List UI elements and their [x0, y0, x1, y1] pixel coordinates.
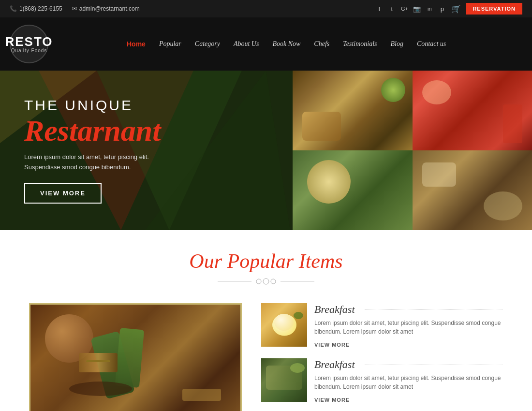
logo: RESTO Quality Foods [10, 25, 48, 63]
nav-booknow[interactable]: Book Now [266, 36, 306, 52]
hero-photo-3-inner [293, 150, 413, 230]
phone-info: 📞 1(868) 225-6155 [10, 5, 62, 12]
svg-point-7 [271, 279, 276, 284]
divider-ornament [218, 277, 314, 286]
hero-description: Lorem ipsum dolor sit amet, tetur piscin… [24, 152, 268, 173]
section-divider [29, 277, 503, 289]
popular-menu-items: Breakfast Lorem ipsum dolor sit amet, te… [261, 303, 503, 404]
social-icons: f t G+ 📷 in p [375, 4, 446, 13]
popular-section: Our Popular Items [0, 230, 532, 411]
hero-photo-3 [293, 150, 413, 230]
section-title: Our Popular Items [29, 250, 503, 273]
hero-content: THE UNIQUE Restarnant Lorem ipsum dolor … [24, 97, 268, 204]
hero-photo-2-inner [413, 71, 532, 150]
navbar: RESTO Quality Foods Home Popular Categor… [0, 17, 532, 71]
nav-contact[interactable]: Contact us [411, 36, 452, 52]
menu-item-2-desc: Lorem ipsum dolor sit amet, tetur piscin… [314, 374, 503, 391]
googleplus-icon[interactable]: G+ [400, 4, 409, 13]
nav-links: Home Popular Category About Us Book Now … [121, 36, 452, 52]
menu-item-2: Breakfast Lorem ipsum dolor sit amet, te… [261, 358, 503, 404]
nav-category[interactable]: Category [189, 36, 226, 52]
nav-blog[interactable]: Blog [385, 36, 409, 52]
email-info: ✉ admin@restarnant.com [72, 5, 140, 12]
hero-the-unique: THE UNIQUE [24, 97, 268, 114]
svg-point-6 [263, 279, 269, 284]
menu-item-1-view-more[interactable]: VIEW MORE [314, 342, 350, 348]
nav-popular[interactable]: Popular [153, 36, 187, 52]
logo-sub: Quality Foods [11, 48, 47, 53]
hero-left: THE UNIQUE Restarnant Lorem ipsum dolor … [0, 71, 293, 230]
menu-item-2-thumb [261, 358, 307, 402]
popular-featured-image [29, 303, 242, 411]
hero-view-more-button[interactable]: VIEW MORE [24, 183, 102, 204]
linkedin-icon[interactable]: in [425, 4, 434, 13]
nav-chefs[interactable]: Chefs [308, 36, 335, 52]
cart-icon[interactable]: 🛒 [451, 4, 461, 14]
facebook-icon[interactable]: f [375, 4, 384, 13]
email-address: admin@restarnant.com [79, 5, 140, 12]
egg-food-image [261, 303, 307, 347]
instagram-icon[interactable]: 📷 [413, 4, 421, 13]
hero-photo-1 [293, 71, 413, 150]
popular-content: Breakfast Lorem ipsum dolor sit amet, te… [29, 303, 503, 411]
hero-photo-1-inner [293, 71, 413, 150]
food-visual [30, 305, 240, 411]
logo-area: RESTO Quality Foods [10, 25, 102, 63]
nav-about[interactable]: About Us [228, 36, 265, 52]
nav-home[interactable]: Home [121, 36, 151, 52]
reservation-button[interactable]: RESERVATION [466, 3, 522, 15]
menu-item-2-view-more[interactable]: VIEW MORE [314, 397, 350, 403]
hero-photo-2 [413, 71, 532, 150]
menu-item-1: Breakfast Lorem ipsum dolor sit amet, te… [261, 303, 503, 349]
pinterest-icon[interactable]: p [438, 4, 446, 13]
hero-restaurant: Restarnant [24, 116, 268, 146]
top-bar: 📞 1(868) 225-6155 ✉ admin@restarnant.com… [0, 0, 532, 17]
title-dots-1 [365, 309, 503, 310]
twitter-icon[interactable]: t [387, 4, 396, 13]
hero-section: THE UNIQUE Restarnant Lorem ipsum dolor … [0, 71, 532, 230]
svg-point-5 [256, 279, 261, 284]
phone-icon: 📞 [10, 5, 17, 12]
email-icon: ✉ [72, 5, 77, 12]
hero-photo-grid [293, 71, 532, 230]
menu-item-1-title: Breakfast [314, 303, 503, 316]
fish-food-image [261, 358, 307, 402]
nav-testimonials[interactable]: Testimonials [337, 36, 383, 52]
phone-number: 1(868) 225-6155 [19, 5, 62, 12]
menu-item-2-title: Breakfast [314, 358, 503, 371]
menu-item-1-thumb [261, 303, 307, 347]
menu-item-1-desc: Lorem ipsum dolor sit amet, tetur piscin… [314, 319, 503, 336]
menu-item-1-info: Breakfast Lorem ipsum dolor sit amet, te… [314, 303, 503, 349]
title-dots-2 [365, 365, 503, 365]
hero-photo-4-inner [413, 150, 532, 230]
logo-main: RESTO [5, 35, 53, 48]
menu-item-2-info: Breakfast Lorem ipsum dolor sit amet, te… [314, 358, 503, 404]
top-bar-contact: 📞 1(868) 225-6155 ✉ admin@restarnant.com [10, 5, 140, 12]
top-bar-right: f t G+ 📷 in p 🛒 RESERVATION [375, 3, 522, 15]
hero-photo-4 [413, 150, 532, 230]
